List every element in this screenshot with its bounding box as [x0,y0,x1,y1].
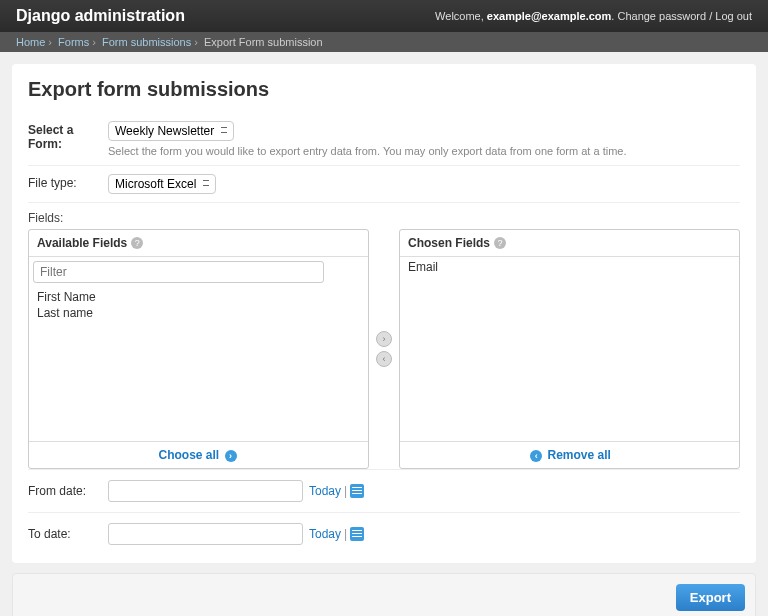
arrow-right-icon: › [225,450,237,462]
select-form-label: Select a Form: [28,121,108,151]
breadcrumb-home[interactable]: Home [16,36,45,48]
remove-button[interactable]: ‹ [376,351,392,367]
list-item[interactable]: Last name [37,305,360,321]
add-button[interactable]: › [376,331,392,347]
breadcrumb: Home› Forms› Form submissions› Export Fo… [0,32,768,52]
change-password-link[interactable]: Change password [617,10,706,22]
chosen-list[interactable]: Email [400,257,739,441]
user-email: example@example.com [487,10,611,22]
to-date-today[interactable]: Today [309,527,341,541]
from-date-today[interactable]: Today [309,484,341,498]
arrow-left-icon: ‹ [530,450,542,462]
top-bar: Django administration Welcome, example@e… [0,0,768,32]
transfer-buttons: › ‹ [375,229,393,469]
remove-all-link[interactable]: ‹ Remove all [528,448,611,462]
export-button[interactable]: Export [676,584,745,611]
site-title: Django administration [16,7,185,25]
chosen-fields-box: Chosen Fields? Email ‹ Remove all [399,229,740,469]
fields-label: Fields: [28,211,740,225]
to-date-label: To date: [28,527,108,541]
available-fields-box: Available Fields? First Name Last name C… [28,229,369,469]
breadcrumb-submissions[interactable]: Form submissions [102,36,191,48]
list-item[interactable]: Email [408,259,731,275]
from-date-label: From date: [28,484,108,498]
file-type-dropdown[interactable]: Microsoft Excel [108,174,216,194]
select-form-dropdown[interactable]: Weekly Newsletter [108,121,234,141]
breadcrumb-current: Export Form submission [204,36,323,48]
select-form-help: Select the form you would like to export… [108,145,740,157]
calendar-icon[interactable] [350,527,364,541]
filter-input[interactable] [33,261,324,283]
list-item[interactable]: First Name [37,289,360,305]
choose-all-link[interactable]: Choose all › [158,448,238,462]
to-date-input[interactable] [108,523,303,545]
available-fields-title: Available Fields [37,236,127,250]
available-list[interactable]: First Name Last name [29,287,368,441]
file-type-label: File type: [28,174,108,190]
submit-bar: Export [12,573,756,616]
help-icon[interactable]: ? [131,237,143,249]
page-title: Export form submissions [28,78,740,101]
calendar-icon[interactable] [350,484,364,498]
from-date-input[interactable] [108,480,303,502]
user-tools: Welcome, example@example.com. Change pas… [435,10,752,22]
chosen-fields-title: Chosen Fields [408,236,490,250]
breadcrumb-forms[interactable]: Forms [58,36,89,48]
logout-link[interactable]: Log out [715,10,752,22]
export-panel: Export form submissions Select a Form: W… [12,64,756,563]
help-icon[interactable]: ? [494,237,506,249]
